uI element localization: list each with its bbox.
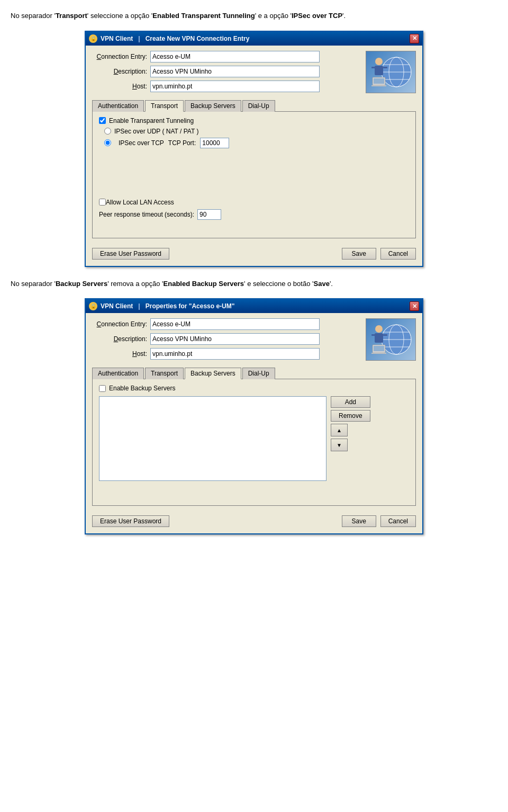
svg-rect-22 bbox=[374, 346, 384, 351]
servers-side-buttons: Add Remove ▲ ▼ bbox=[331, 396, 370, 451]
dialog1-title-left: 🔒 VPN Client | Create New VPN Connection… bbox=[89, 34, 249, 43]
connection-entry-row2: Connection Entry: bbox=[92, 318, 361, 330]
remove-server-button[interactable]: Remove bbox=[331, 410, 370, 422]
section2-bold-save: Save bbox=[314, 280, 330, 288]
description-input[interactable] bbox=[150, 66, 320, 77]
add-server-button[interactable]: Add bbox=[331, 396, 370, 408]
bottom-section: Allow Local LAN Access Peer response tim… bbox=[99, 199, 409, 220]
tcp-port-label: TCP Port: bbox=[168, 139, 196, 147]
description-label2: Description: bbox=[92, 335, 150, 343]
dialog1-form-fields: Connection Entry: Description: Host: bbox=[92, 51, 361, 95]
dialog2-titlebar: 🔒 VPN Client | Properties for "Acesso e-… bbox=[86, 299, 422, 313]
tab2-dialup[interactable]: Dial-Up bbox=[242, 368, 275, 379]
host-row2: Host: bbox=[92, 348, 361, 360]
intro-bold-ipsec: IPSec over TCP bbox=[292, 12, 342, 20]
host-input2[interactable] bbox=[150, 348, 320, 360]
svg-rect-20 bbox=[383, 334, 387, 336]
radio-udp[interactable] bbox=[104, 128, 111, 135]
enable-backup-row: Enable Backup Servers bbox=[99, 385, 409, 392]
tab-authentication[interactable]: Authentication bbox=[92, 100, 144, 112]
dialog1-app-name: VPN Client bbox=[101, 35, 133, 42]
connection-entry-input2[interactable] bbox=[150, 318, 320, 330]
vpn-illustration-svg bbox=[367, 51, 415, 93]
svg-rect-10 bbox=[374, 78, 384, 84]
save-button2[interactable]: Save bbox=[342, 515, 376, 527]
description-input2[interactable] bbox=[150, 333, 320, 345]
servers-list[interactable] bbox=[99, 396, 326, 481]
radio-tcp-label: IPSec over TCP bbox=[119, 139, 164, 147]
cancel-button2[interactable]: Cancel bbox=[380, 515, 416, 527]
tab2-authentication[interactable]: Authentication bbox=[92, 368, 144, 379]
dialog2-action-buttons: Save Cancel bbox=[342, 515, 416, 527]
dialog1-form-area: Connection Entry: Description: Host: bbox=[92, 51, 416, 95]
dialog1-tabs: Authentication Transport Backup Servers … bbox=[92, 100, 416, 111]
host-label: Host: bbox=[92, 83, 150, 90]
connection-entry-row: Connection Entry: bbox=[92, 51, 361, 63]
dialog1-close-button[interactable]: ✕ bbox=[410, 34, 419, 43]
section2-bold-enabled: Enabled Backup Servers bbox=[164, 280, 244, 288]
dialog2-title-left: 🔒 VPN Client | Properties for "Acesso e-… bbox=[89, 302, 234, 310]
dialog2-close-button[interactable]: ✕ bbox=[410, 301, 419, 311]
enable-tunneling-row: Enable Transparent Tunneling bbox=[99, 117, 409, 124]
dialog2-tabs: Authentication Transport Backup Servers … bbox=[92, 367, 416, 379]
tab-transport[interactable]: Transport bbox=[145, 100, 184, 112]
erase-password-button[interactable]: Erase User Password bbox=[92, 248, 169, 260]
tab2-transport[interactable]: Transport bbox=[145, 368, 184, 379]
peer-timeout-label: Peer response timeout (seconds): bbox=[99, 211, 194, 218]
vpn-icon2: 🔒 bbox=[89, 302, 97, 310]
enable-tunneling-checkbox[interactable] bbox=[99, 117, 106, 124]
svg-point-17 bbox=[375, 325, 383, 333]
description-row: Description: bbox=[92, 66, 361, 77]
radio-tcp[interactable] bbox=[104, 139, 111, 146]
tab-dialup[interactable]: Dial-Up bbox=[242, 100, 275, 112]
description-row2: Description: bbox=[92, 333, 361, 345]
svg-rect-19 bbox=[371, 334, 376, 336]
vpn-illustration2 bbox=[366, 318, 416, 361]
dialog2-tab-content: Enable Backup Servers Add Remove ▲ ▼ bbox=[92, 379, 416, 506]
enable-backup-checkbox[interactable] bbox=[99, 385, 106, 392]
save-button[interactable]: Save bbox=[342, 248, 376, 260]
dialog1-titlebar: 🔒 VPN Client | Create New VPN Connection… bbox=[86, 32, 422, 46]
intro-bold-transport: Transport bbox=[56, 12, 87, 20]
vpn-icon: 🔒 bbox=[89, 34, 97, 43]
section2-paragraph: No separador 'Backup Servers' remova a o… bbox=[11, 279, 497, 289]
title-separator: | bbox=[138, 35, 140, 42]
dialog2-title: Properties for "Acesso e-UM" bbox=[146, 302, 235, 310]
peer-timeout-input[interactable] bbox=[197, 209, 221, 220]
host-input[interactable] bbox=[150, 81, 320, 92]
tab2-backup-servers[interactable]: Backup Servers bbox=[185, 368, 241, 379]
svg-rect-18 bbox=[375, 333, 383, 343]
peer-timeout-row: Peer response timeout (seconds): bbox=[99, 209, 409, 220]
vpn-illustration bbox=[366, 51, 416, 93]
cancel-button[interactable]: Cancel bbox=[380, 248, 416, 260]
move-down-button[interactable]: ▼ bbox=[331, 439, 348, 451]
radio-tcp-row: IPSec over TCP TCP Port: bbox=[104, 138, 409, 148]
enable-tunneling-label: Enable Transparent Tunneling bbox=[109, 117, 194, 124]
erase-password-button2[interactable]: Erase User Password bbox=[92, 515, 169, 527]
connection-entry-input[interactable] bbox=[150, 51, 320, 63]
dialog-create-vpn: 🔒 VPN Client | Create New VPN Connection… bbox=[85, 31, 423, 267]
enable-backup-label: Enable Backup Servers bbox=[109, 385, 175, 392]
intro-bold-tunneling: Enabled Transparent Tunneling bbox=[152, 12, 255, 20]
section2-bold-backup: Backup Servers bbox=[56, 280, 107, 288]
host-row: Host: bbox=[92, 81, 361, 92]
tab-backup-servers[interactable]: Backup Servers bbox=[185, 100, 241, 112]
local-lan-row: Allow Local LAN Access bbox=[99, 199, 409, 206]
dialog2-footer: Erase User Password Save Cancel bbox=[92, 512, 416, 527]
intro-paragraph: No separador 'Transport' seleccione a op… bbox=[11, 11, 497, 21]
dialog2-form-fields: Connection Entry: Description: Host: bbox=[92, 318, 361, 363]
move-up-button[interactable]: ▲ bbox=[331, 424, 348, 436]
tcp-port-input[interactable] bbox=[200, 138, 229, 148]
title-separator2: | bbox=[138, 302, 140, 310]
vpn-illustration-svg2 bbox=[367, 318, 415, 361]
dialog1-title: Create New VPN Connection Entry bbox=[146, 35, 250, 42]
allow-lan-checkbox[interactable] bbox=[99, 199, 106, 206]
svg-rect-6 bbox=[375, 66, 383, 75]
servers-area: Add Remove ▲ ▼ bbox=[99, 396, 409, 481]
dialog2-app-name: VPN Client bbox=[101, 302, 133, 310]
dialog1-action-buttons: Save Cancel bbox=[342, 248, 416, 260]
connection-entry-label2: Connection Entry: bbox=[92, 320, 150, 328]
dialog1-tab-content: Enable Transparent Tunneling IPSec over … bbox=[92, 111, 416, 238]
spacer bbox=[99, 151, 409, 193]
description-label: Description: bbox=[92, 68, 150, 75]
